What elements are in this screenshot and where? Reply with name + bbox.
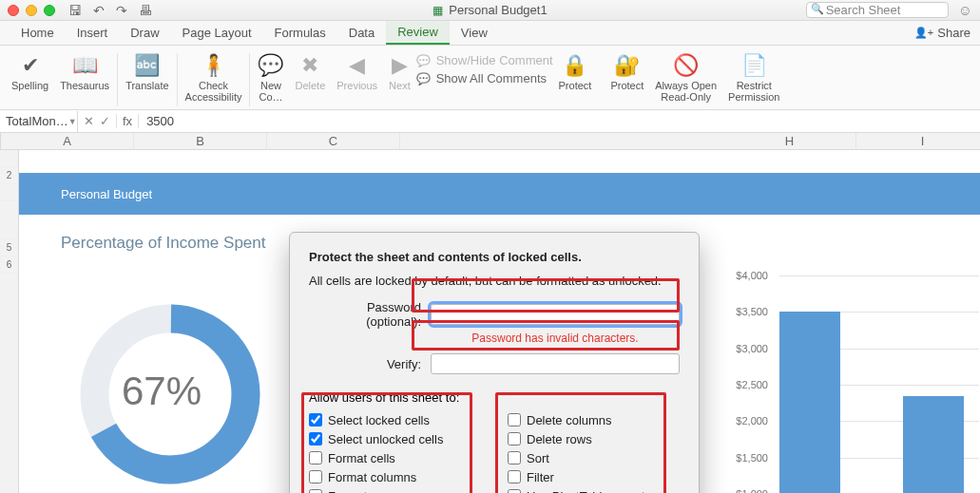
restrict-permission-button[interactable]: 📄Restrict Permission: [722, 49, 785, 105]
search-wrap: Search Sheet ☺: [806, 2, 972, 18]
perm-checkbox[interactable]: [508, 470, 521, 484]
tab-review[interactable]: Review: [386, 21, 450, 45]
perm-format-columns[interactable]: Format columns: [309, 467, 481, 486]
spelling-button[interactable]: ✔Spelling: [6, 49, 54, 105]
delete-comment-button[interactable]: ✖Delete: [289, 49, 331, 105]
tab-page-layout[interactable]: Page Layout: [171, 21, 263, 45]
show-all-comments-button[interactable]: Show All Comments: [416, 71, 553, 85]
undo-icon[interactable]: ↶: [93, 3, 105, 18]
minimize-window-icon[interactable]: [26, 5, 37, 16]
perm-checkbox[interactable]: [309, 470, 322, 484]
close-window-icon[interactable]: [8, 5, 19, 16]
dialog-note: All cells are locked by default, but can…: [309, 274, 680, 288]
ribbon-tabs: HomeInsertDrawPage LayoutFormulasDataRev…: [0, 21, 980, 46]
perm-checkbox[interactable]: [508, 432, 521, 446]
show-hide-comment-button[interactable]: Show/Hide Comment: [416, 53, 553, 67]
perm-label: Format cells: [328, 451, 395, 465]
protect-sheet-dialog: Protect the sheet and contents of locked…: [289, 232, 700, 493]
search-sheet-input[interactable]: Search Sheet: [806, 2, 949, 18]
perm-delete-columns[interactable]: Delete columns: [508, 410, 680, 429]
ribbon: ✔Spelling 📖Thesaurus 🔤Translate 🧍Check A…: [0, 46, 980, 110]
perm-label: Sort: [527, 451, 549, 465]
password-label: Password (optional):: [309, 300, 431, 329]
excel-icon: ▦: [432, 4, 443, 17]
perm-checkbox[interactable]: [309, 432, 322, 446]
perm-checkbox[interactable]: [309, 489, 322, 493]
user-account-icon[interactable]: ☺: [958, 2, 972, 18]
tab-formulas[interactable]: Formulas: [263, 21, 337, 45]
perm-label: Format rows: [328, 489, 396, 494]
perm-filter[interactable]: Filter: [508, 467, 680, 486]
perm-label: Use PivotTable reports: [527, 489, 651, 494]
comment-toggles: Show/Hide Comment Show All Comments: [416, 49, 553, 85]
zoom-window-icon[interactable]: [44, 5, 55, 16]
previous-comment-button[interactable]: ◀Previous: [331, 49, 383, 105]
verify-label: Verify:: [309, 357, 431, 371]
perm-checkbox[interactable]: [508, 451, 521, 465]
fx-label[interactable]: fx: [117, 114, 139, 128]
protect-sheet-button[interactable]: 🔒Protect: [553, 49, 598, 93]
always-open-readonly-button[interactable]: 🚫Always Open Read-Only: [649, 49, 722, 105]
tab-data[interactable]: Data: [337, 21, 386, 45]
perm-select-unlocked-cells[interactable]: Select unlocked cells: [309, 429, 481, 448]
allow-label: Allow users of this sheet to:: [309, 390, 680, 405]
perm-label: Delete columns: [527, 413, 612, 427]
perm-label: Format columns: [328, 470, 416, 484]
perm-label: Delete rows: [527, 432, 592, 446]
perm-format-cells[interactable]: Format cells: [309, 448, 481, 467]
accept-edit-icon[interactable]: ✓: [100, 114, 110, 128]
save-icon[interactable]: 🖫: [68, 3, 82, 18]
perm-checkbox[interactable]: [508, 489, 521, 493]
perm-label: Select locked cells: [328, 413, 430, 427]
perm-checkbox[interactable]: [309, 413, 322, 427]
redo-icon[interactable]: ↷: [116, 3, 127, 18]
translate-button[interactable]: 🔤Translate: [120, 49, 174, 105]
password-error: Password has invalid characters.: [431, 332, 680, 345]
perm-label: Select unlocked cells: [328, 432, 443, 446]
check-accessibility-button[interactable]: 🧍Check Accessibility: [180, 49, 248, 105]
tab-home[interactable]: Home: [10, 21, 66, 45]
perm-select-locked-cells[interactable]: Select locked cells: [309, 410, 481, 429]
tab-draw[interactable]: Draw: [119, 21, 170, 45]
perm-checkbox[interactable]: [508, 413, 521, 427]
perm-use-pivottable-reports[interactable]: Use PivotTable reports: [508, 486, 680, 493]
quick-access-toolbar: 🖫 ↶ ↷ 🖶: [68, 3, 152, 18]
perm-checkbox[interactable]: [309, 451, 322, 465]
document-title: ▦ Personal Budget1: [432, 3, 547, 17]
document-name: Personal Budget1: [449, 3, 547, 17]
thesaurus-button[interactable]: 📖Thesaurus: [54, 49, 115, 105]
window-controls: [8, 5, 55, 16]
verify-input[interactable]: [431, 353, 680, 374]
formula-bar: TotalMon…▼ ✕✓ fx 3500: [0, 110, 980, 133]
perm-label: Filter: [527, 470, 554, 484]
cancel-edit-icon[interactable]: ✕: [84, 114, 94, 128]
title-bar: 🖫 ↶ ↷ 🖶 ▦ Personal Budget1 Search Sheet …: [0, 0, 980, 21]
modal-overlay: Protect the sheet and contents of locked…: [0, 133, 980, 493]
worksheet[interactable]: A B C H I J 2 5 6 Personal Budget Percen…: [0, 133, 980, 493]
print-icon[interactable]: 🖶: [139, 3, 152, 18]
tab-view[interactable]: View: [450, 21, 499, 45]
tab-insert[interactable]: Insert: [66, 21, 120, 45]
perm-delete-rows[interactable]: Delete rows: [508, 429, 680, 448]
dialog-heading: Protect the sheet and contents of locked…: [309, 250, 680, 264]
next-comment-button[interactable]: ▶Next: [383, 49, 416, 105]
perm-format-rows[interactable]: Format rows: [309, 486, 481, 493]
password-input[interactable]: [431, 304, 680, 325]
formula-value[interactable]: 3500: [139, 114, 182, 128]
new-comment-button[interactable]: 💬New Co…: [252, 49, 289, 105]
protect-workbook-button[interactable]: 🔐Protect: [605, 49, 649, 93]
name-box[interactable]: TotalMon…▼: [0, 111, 78, 132]
perm-sort[interactable]: Sort: [508, 448, 680, 467]
share-button[interactable]: Share: [914, 21, 970, 45]
